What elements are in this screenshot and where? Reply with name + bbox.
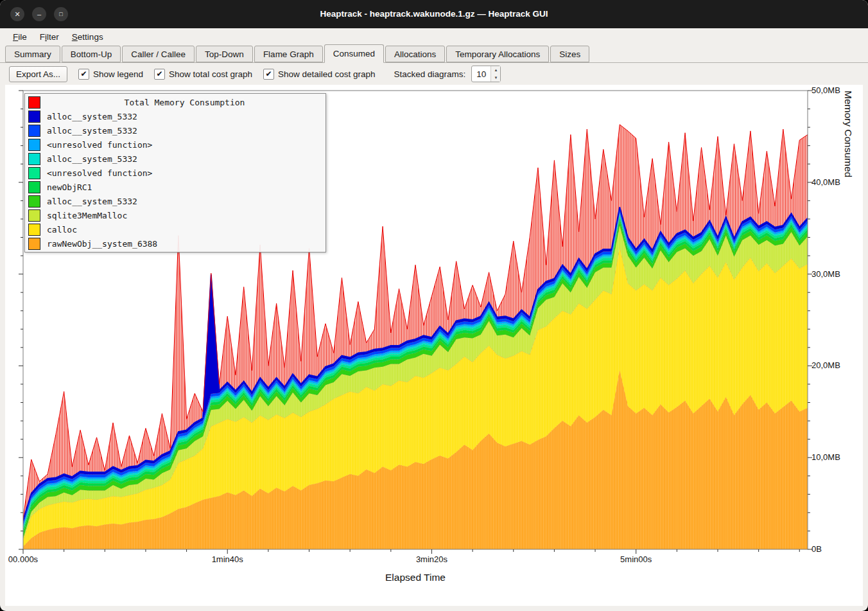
y-tick-label: 40,0MB	[812, 177, 856, 187]
tab-flame-graph[interactable]: Flame Graph	[254, 46, 323, 62]
checkbox-group: ✔Show legend✔Show total cost graph✔Show …	[78, 69, 376, 80]
legend-label: <unresolved function>	[47, 140, 152, 150]
legend-item: alloc__system_5332	[25, 109, 326, 123]
export-as-button[interactable]: Export As...	[9, 66, 67, 82]
legend-label: alloc__system_5332	[47, 126, 137, 136]
tab-top-down[interactable]: Top-Down	[196, 46, 253, 62]
checkbox-show-total-cost-graph[interactable]: ✔Show total cost graph	[154, 69, 252, 80]
legend-item: <unresolved function>	[25, 137, 326, 152]
legend-swatch	[28, 139, 40, 151]
spinbox-arrows: ▲ ▼	[490, 66, 500, 82]
chart-legend: Total Memory Consumptionalloc__system_53…	[24, 93, 326, 252]
legend-label: alloc__system_5332	[47, 112, 137, 121]
legend-swatch	[28, 209, 40, 222]
legend-label: Total Memory Consumption	[47, 98, 322, 107]
tab-sizes[interactable]: Sizes	[550, 46, 589, 62]
checkbox-label: Show legend	[93, 69, 143, 79]
legend-swatch	[28, 224, 40, 236]
checkbox-show-legend[interactable]: ✔Show legend	[78, 69, 143, 80]
x-tick-label: 1min40s	[202, 554, 253, 564]
checkbox-label: Show detailed cost graph	[278, 69, 376, 79]
legend-item: newObjRC1	[25, 180, 326, 194]
legend-label: newObjRC1	[47, 182, 92, 192]
x-tick-label: 00.000s	[0, 554, 49, 564]
legend-item: alloc__system_5332	[25, 152, 326, 166]
tab-temporary-allocations[interactable]: Temporary Allocations	[446, 46, 549, 62]
x-tick-label: 3min20s	[406, 554, 457, 564]
legend-item: rawNewObj__system_6388	[25, 236, 326, 251]
legend-swatch	[28, 153, 40, 165]
legend-title-row: Total Memory Consumption	[25, 95, 326, 109]
menu-filter[interactable]: Filter	[33, 30, 65, 44]
legend-label: alloc__system_5332	[47, 154, 137, 164]
legend-item: <unresolved function>	[25, 166, 326, 180]
checkbox-label: Show total cost graph	[169, 69, 252, 79]
tab-caller-callee[interactable]: Caller / Callee	[122, 46, 195, 62]
menu-settings[interactable]: Settings	[65, 30, 110, 44]
spinbox-value: 10	[472, 66, 490, 82]
tab-consumed[interactable]: Consumed	[324, 44, 384, 63]
menubar: FileFilterSettings	[0, 28, 868, 45]
legend-item: alloc__system_5332	[25, 123, 326, 137]
x-axis-title: Elapsed Time	[23, 572, 808, 583]
tab-allocations[interactable]: Allocations	[385, 46, 445, 62]
checkbox-box[interactable]: ✔	[78, 69, 89, 80]
y-tick-label: 50,0MB	[812, 85, 856, 95]
legend-swatch	[28, 111, 40, 123]
legend-label: alloc__system_5332	[47, 197, 137, 206]
legend-item: calloc	[25, 222, 326, 236]
legend-swatch	[28, 167, 40, 179]
tab-summary[interactable]: Summary	[5, 46, 60, 62]
titlebar: ✕ – □ Heaptrack - heaptrack.wakunode.1.g…	[0, 0, 868, 28]
legend-swatch	[28, 238, 40, 250]
y-tick-label: 10,0MB	[812, 452, 856, 462]
y-axis-title: Memory Consumed	[842, 91, 854, 549]
y-tick-label: 0B	[812, 544, 856, 554]
checkbox-box[interactable]: ✔	[263, 69, 274, 80]
legend-swatch	[28, 96, 40, 109]
legend-label: rawNewObj__system_6388	[47, 239, 157, 249]
legend-swatch	[28, 195, 40, 208]
tab-bottom-up[interactable]: Bottom-Up	[62, 46, 121, 62]
y-tick-label: 30,0MB	[812, 269, 856, 279]
menu-file[interactable]: File	[6, 30, 33, 44]
legend-item: alloc__system_5332	[25, 194, 326, 208]
window-title: Heaptrack - heaptrack.wakunode.1.gz — He…	[0, 0, 868, 28]
legend-label: <unresolved function>	[47, 168, 152, 178]
legend-swatch	[28, 125, 40, 137]
toolbar: Export As... ✔Show legend✔Show total cos…	[0, 63, 868, 85]
legend-label: sqlite3MemMalloc	[47, 211, 127, 220]
stacked-diagrams-label: Stacked diagrams:	[394, 69, 466, 79]
tab-bar: SummaryBottom-UpCaller / CalleeTop-DownF…	[0, 45, 868, 63]
spinbox-up-button[interactable]: ▲	[491, 66, 500, 74]
heaptrack-window: ✕ – □ Heaptrack - heaptrack.wakunode.1.g…	[0, 0, 868, 611]
stacked-diagrams-spinbox[interactable]: 10 ▲ ▼	[471, 66, 501, 82]
legend-label: calloc	[47, 225, 77, 235]
checkbox-show-detailed-cost-graph[interactable]: ✔Show detailed cost graph	[263, 69, 376, 80]
memory-consumption-chart[interactable]: Total Memory Consumptionalloc__system_53…	[5, 85, 863, 606]
x-tick-label: 5min00s	[611, 554, 662, 564]
checkbox-box[interactable]: ✔	[154, 69, 165, 80]
y-tick-label: 20,0MB	[812, 360, 856, 370]
spinbox-down-button[interactable]: ▼	[491, 74, 500, 82]
legend-item: sqlite3MemMalloc	[25, 208, 326, 222]
legend-swatch	[28, 181, 40, 193]
